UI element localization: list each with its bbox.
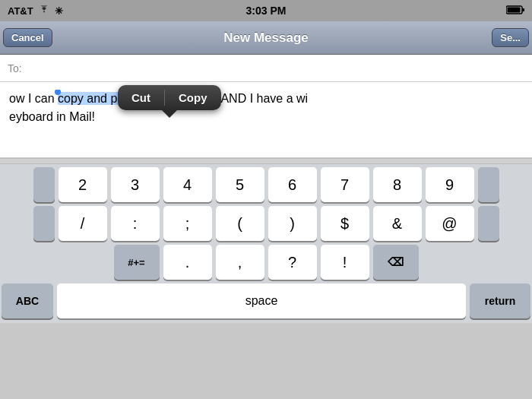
text-line-2: eyboard in Mail! (9, 108, 523, 126)
key-semicolon[interactable]: ; (163, 206, 212, 241)
separator (0, 158, 532, 164)
key-row-1: 2 3 4 5 6 7 8 9 (2, 167, 530, 202)
key-amp[interactable]: & (373, 206, 422, 241)
key-3[interactable]: 3 (111, 167, 160, 202)
svg-rect-2 (508, 7, 521, 12)
key-exclaim[interactable]: ! (321, 245, 369, 280)
wifi-icon (38, 5, 50, 17)
status-right (506, 5, 524, 17)
battery-icon (506, 5, 524, 17)
key-slash[interactable]: / (59, 206, 107, 241)
nav-bar: Cancel New Message Se... (0, 21, 532, 55)
key-abc[interactable]: ABC (2, 283, 53, 318)
status-left: AT&T ✳ (8, 5, 63, 17)
key-6[interactable]: 6 (268, 167, 317, 202)
to-field[interactable]: To: (0, 55, 532, 82)
key-rparen[interactable]: ) (268, 206, 317, 241)
key-return[interactable]: return (470, 283, 530, 318)
key-clipped-left[interactable] (33, 167, 55, 202)
key-backspace[interactable]: ⌫ (373, 245, 419, 280)
key-clipped-right-2[interactable] (478, 206, 499, 241)
key-5[interactable]: 5 (216, 167, 264, 202)
status-time: 3:03 PM (246, 5, 287, 17)
key-plusminus[interactable]: #+= (114, 245, 160, 280)
key-at[interactable]: @ (426, 206, 474, 241)
content-area[interactable]: Cut Copy ow I can copy and paste on my i… (0, 82, 532, 158)
key-space[interactable]: space (57, 283, 466, 318)
text-line-1: ow I can copy and paste on my iPhone AND… (9, 90, 523, 108)
activity-icon: ✳ (55, 5, 63, 17)
key-row-2: / : ; ( ) $ & @ (2, 206, 530, 241)
to-label: To: (8, 62, 22, 74)
key-row-4: ABC space return (2, 283, 530, 318)
key-colon[interactable]: : (111, 206, 160, 241)
status-bar: AT&T ✳ 3:03 PM (0, 0, 532, 21)
text-before: ow I can (9, 92, 58, 105)
key-clipped-right[interactable] (478, 167, 499, 202)
copy-button[interactable]: Copy (165, 85, 221, 110)
key-7[interactable]: 7 (321, 167, 369, 202)
key-dollar[interactable]: $ (321, 206, 369, 241)
cancel-button[interactable]: Cancel (3, 28, 52, 47)
keyboard: 2 3 4 5 6 7 8 9 / : ; ( ) $ & @ #+= . , … (0, 164, 532, 323)
cut-button[interactable]: Cut (118, 85, 164, 110)
key-9[interactable]: 9 (426, 167, 474, 202)
carrier-label: AT&T (8, 5, 33, 17)
send-button[interactable]: Se... (492, 28, 529, 47)
key-clipped-left-2[interactable] (33, 206, 55, 241)
key-2[interactable]: 2 (59, 167, 107, 202)
key-8[interactable]: 8 (373, 167, 422, 202)
key-lparen[interactable]: ( (216, 206, 264, 241)
key-question[interactable]: ? (268, 245, 317, 280)
popup-menu: Cut Copy (118, 85, 221, 110)
key-4[interactable]: 4 (163, 167, 212, 202)
nav-title: New Message (223, 30, 309, 46)
key-period[interactable]: . (163, 245, 212, 280)
svg-rect-1 (522, 8, 524, 11)
key-row-3: #+= . , ? ! ⌫ (2, 245, 530, 280)
key-comma[interactable]: , (216, 245, 264, 280)
